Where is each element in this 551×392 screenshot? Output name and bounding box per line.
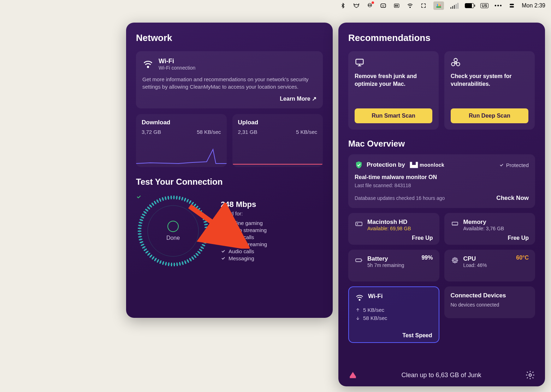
wifi-info-message: Get more information and recommendations… bbox=[142, 76, 316, 90]
memory-icon bbox=[451, 219, 459, 228]
speed-value: 248 Mbps bbox=[221, 200, 323, 209]
upload-rate: 5 KB/sec bbox=[296, 129, 317, 135]
run-deep-scan-button[interactable]: Run Deep Scan bbox=[451, 108, 528, 123]
wifi-name: Wi-Fi bbox=[159, 58, 195, 65]
moonlock-brand: ▙▟ moonlock bbox=[410, 162, 445, 168]
upload-total: 2,31 GB bbox=[238, 129, 257, 135]
rec-card-deep-scan: Check your system for vulnerabilities. R… bbox=[444, 51, 535, 130]
speed-gauge: Done bbox=[136, 194, 210, 268]
test-speed-button[interactable]: Test Speed bbox=[402, 332, 432, 339]
wifi-card-icon bbox=[355, 293, 364, 302]
svg-rect-33 bbox=[454, 259, 456, 261]
free-up-disk-button[interactable]: Free Up bbox=[412, 235, 433, 241]
protection-card: Protection by ▙▟ moonlock Protected Real… bbox=[348, 154, 535, 208]
run-smart-scan-button[interactable]: Run Smart Scan bbox=[355, 108, 432, 123]
svg-rect-14 bbox=[510, 4, 514, 5]
svg-rect-7 bbox=[397, 5, 397, 7]
svg-point-2 bbox=[370, 5, 371, 5]
disk-title: Macintosh HD bbox=[367, 219, 411, 226]
svg-point-29 bbox=[357, 224, 358, 224]
list-item: Audio calls bbox=[229, 248, 254, 254]
bluetooth-icon[interactable] bbox=[339, 2, 346, 9]
svg-point-25 bbox=[451, 63, 455, 66]
wifi-up-rate: 5 KB/sec bbox=[363, 307, 384, 313]
app-icon-1[interactable] bbox=[380, 2, 387, 9]
svg-rect-15 bbox=[510, 6, 514, 8]
cleanmymac-menubar-icon[interactable] bbox=[433, 1, 444, 10]
battery-card-icon bbox=[355, 256, 363, 265]
protected-badge: Protected bbox=[499, 162, 529, 168]
memory-card[interactable]: Memory Available: 3,76 GB Free Up bbox=[444, 213, 535, 245]
clock[interactable]: Mon 2:39 bbox=[522, 2, 545, 9]
download-rate: 58 KB/sec bbox=[197, 129, 221, 135]
battery-icon[interactable] bbox=[465, 3, 474, 8]
wifi-overview-card[interactable]: Wi-Fi 5 KB/sec 58 KB/sec Test Speed bbox=[348, 286, 439, 343]
learn-more-link[interactable]: Learn More ↗ bbox=[142, 95, 316, 102]
wifi-icon bbox=[142, 59, 154, 70]
disk-available: Available: 69,98 GB bbox=[367, 226, 411, 231]
malware-monitor-status: Real-time malware monitor ON bbox=[355, 174, 529, 180]
upload-label: Upload bbox=[238, 119, 318, 126]
svg-rect-3 bbox=[381, 4, 386, 8]
more-icon[interactable]: ••• bbox=[495, 2, 502, 9]
svg-point-24 bbox=[454, 58, 457, 61]
cleanup-summary[interactable]: Clean up to 6,63 GB of Junk bbox=[401, 372, 481, 379]
cellular-signal-icon[interactable] bbox=[450, 3, 458, 9]
disk-card[interactable]: Macintosh HD Available: 69,98 GB Free Up bbox=[348, 213, 439, 245]
protection-by-label: Protection by bbox=[367, 161, 405, 168]
test-connection-title: Test Your Connection bbox=[136, 177, 323, 187]
wifi-card-title: Wi-Fi bbox=[368, 293, 383, 300]
fox-icon[interactable] bbox=[353, 2, 360, 9]
cpu-temp: 60°C bbox=[516, 255, 529, 261]
cpu-card[interactable]: CPU Load: 46% 60°C bbox=[444, 250, 535, 281]
svg-rect-28 bbox=[356, 222, 362, 226]
svg-point-9 bbox=[410, 7, 410, 7]
svg-point-19 bbox=[148, 206, 199, 256]
svg-rect-8 bbox=[397, 5, 398, 7]
good-for-label: Good for: bbox=[221, 210, 323, 216]
download-card: Download 3,72 GB 58 KB/sec bbox=[136, 114, 227, 167]
svg-rect-6 bbox=[396, 5, 396, 7]
check-now-button[interactable]: Check Now bbox=[496, 195, 529, 202]
svg-point-1 bbox=[369, 5, 369, 5]
app-logo-icon[interactable] bbox=[348, 370, 357, 380]
svg-rect-10 bbox=[436, 6, 441, 8]
list-item: Video streaming bbox=[229, 227, 267, 233]
svg-rect-5 bbox=[395, 5, 396, 7]
barcode-icon[interactable] bbox=[393, 2, 400, 9]
svg-rect-30 bbox=[452, 222, 458, 225]
rec-text: Remove fresh junk and optimize your Mac. bbox=[355, 72, 432, 103]
wifi-icon[interactable] bbox=[407, 2, 414, 9]
input-source-indicator[interactable]: US bbox=[480, 3, 488, 8]
svg-rect-32 bbox=[453, 258, 457, 262]
biohazard-icon bbox=[451, 58, 461, 67]
monitor-icon bbox=[355, 58, 365, 67]
svg-point-35 bbox=[529, 374, 532, 376]
memory-available: Available: 3,76 GB bbox=[463, 226, 504, 231]
memory-title: Memory bbox=[463, 219, 504, 226]
network-title: Network bbox=[136, 32, 323, 43]
wifi-subtitle: Wi-Fi connection bbox=[159, 65, 195, 71]
battery-title: Battery bbox=[367, 255, 404, 262]
settings-gear-icon[interactable] bbox=[525, 370, 535, 380]
list-item: Online gaming bbox=[229, 220, 263, 226]
upload-card: Upload 2,31 GB 5 KB/sec bbox=[232, 114, 323, 167]
devices-subtitle: No devices connected bbox=[451, 302, 529, 308]
download-label: Download bbox=[142, 119, 221, 126]
battery-card[interactable]: Battery 5h 7m remaining 99% bbox=[348, 250, 439, 281]
svg-point-34 bbox=[359, 299, 360, 301]
battery-percent: 99% bbox=[421, 255, 433, 261]
list-item: Music streaming bbox=[229, 241, 267, 247]
free-up-memory-button[interactable]: Free Up bbox=[508, 235, 529, 241]
macos-menubar: US ••• Mon 2:39 bbox=[0, 0, 551, 11]
list-item: Messaging bbox=[229, 255, 254, 261]
wifi-down-rate: 58 KB/sec bbox=[363, 315, 387, 321]
fullscreen-icon[interactable] bbox=[420, 2, 427, 9]
connected-devices-card[interactable]: Connected Devices No devices connected bbox=[444, 286, 535, 318]
recommendations-panel: Recommendations Remove fresh junk and op… bbox=[338, 23, 545, 386]
svg-rect-13 bbox=[440, 5, 440, 6]
skull-icon[interactable] bbox=[366, 2, 373, 9]
control-center-icon[interactable] bbox=[508, 2, 515, 9]
last-file-scanned: Last file scanned: 843118 bbox=[355, 183, 529, 188]
download-total: 3,72 GB bbox=[142, 129, 161, 135]
